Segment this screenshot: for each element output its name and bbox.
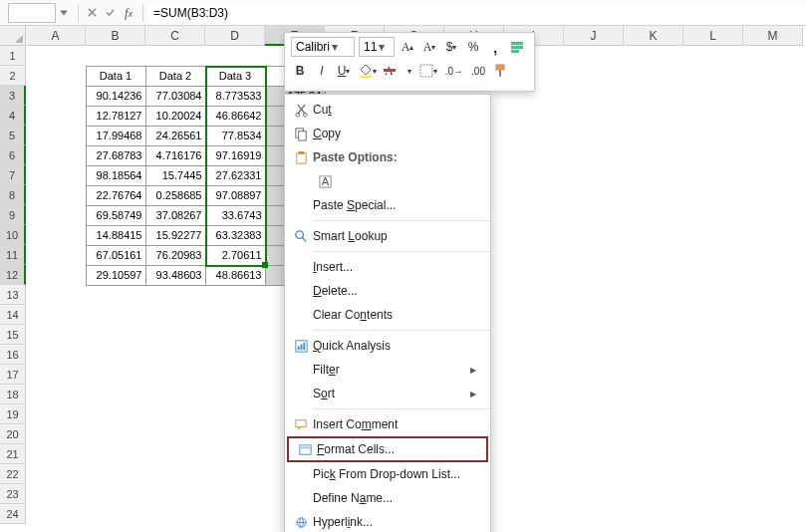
- font-size-combo[interactable]: 11▾: [359, 37, 395, 57]
- cell-B5[interactable]: 17.99468: [86, 126, 145, 145]
- cell-M12[interactable]: [743, 265, 803, 285]
- cell-D24[interactable]: [205, 504, 265, 524]
- cell-M18[interactable]: [743, 385, 803, 404]
- cell-L8[interactable]: [683, 185, 743, 205]
- cell-M14[interactable]: [743, 305, 803, 325]
- cell-B23[interactable]: [86, 484, 145, 504]
- cell-B12[interactable]: 29.10597: [86, 265, 145, 285]
- col-header-D[interactable]: D: [205, 26, 265, 46]
- cell-D18[interactable]: [205, 385, 265, 404]
- fx-icon[interactable]: fx: [119, 5, 138, 21]
- cell-A15[interactable]: [26, 325, 86, 345]
- cell-K11[interactable]: [624, 245, 683, 265]
- decrease-font-icon[interactable]: A▾: [420, 37, 438, 57]
- cell-D16[interactable]: [205, 345, 265, 365]
- cell-I20[interactable]: [504, 424, 564, 444]
- percent-format-icon[interactable]: %: [464, 37, 482, 57]
- cell-D13[interactable]: [205, 285, 265, 305]
- cell-J19[interactable]: [564, 404, 624, 424]
- cell-A3[interactable]: [26, 86, 86, 106]
- cell-B14[interactable]: [86, 305, 145, 325]
- cell-K4[interactable]: [624, 106, 683, 126]
- cell-B3[interactable]: 90.14236: [86, 86, 145, 106]
- cell-C15[interactable]: [145, 325, 205, 345]
- row-header-5[interactable]: 5: [0, 126, 26, 145]
- cell-L18[interactable]: [683, 385, 743, 404]
- bold-button[interactable]: B: [291, 61, 309, 81]
- cell-C11[interactable]: 76.20983: [145, 245, 205, 265]
- cell-I17[interactable]: [504, 365, 564, 385]
- cell-K15[interactable]: [624, 325, 683, 345]
- borders-button[interactable]: ▾: [417, 61, 439, 81]
- cell-B20[interactable]: [86, 424, 145, 444]
- cell-J23[interactable]: [564, 484, 624, 504]
- more-number-format-icon[interactable]: [508, 37, 526, 57]
- row-header-16[interactable]: 16: [0, 345, 26, 365]
- cell-A1[interactable]: [26, 46, 86, 66]
- col-header-B[interactable]: B: [86, 26, 145, 46]
- cell-J18[interactable]: [564, 385, 624, 404]
- cell-B17[interactable]: [86, 365, 145, 385]
- cell-K17[interactable]: [624, 365, 683, 385]
- cell-D19[interactable]: [205, 404, 265, 424]
- cell-M4[interactable]: [743, 106, 803, 126]
- menu-clear-contents[interactable]: Clear Contents: [285, 303, 490, 327]
- cell-I23[interactable]: [504, 484, 564, 504]
- cell-C16[interactable]: [145, 345, 205, 365]
- row-header-8[interactable]: 8: [0, 185, 26, 205]
- cell-M10[interactable]: [743, 225, 803, 245]
- cell-A16[interactable]: [26, 345, 86, 365]
- accounting-format-icon[interactable]: $▾: [442, 37, 460, 57]
- select-all-corner[interactable]: [0, 26, 26, 46]
- cell-M5[interactable]: [743, 126, 803, 145]
- cell-K9[interactable]: [624, 205, 683, 225]
- cell-L2[interactable]: [683, 66, 743, 86]
- row-header-1[interactable]: 1: [0, 46, 26, 66]
- cell-C1[interactable]: [145, 46, 205, 66]
- cell-L6[interactable]: [683, 145, 743, 165]
- cell-I5[interactable]: [504, 126, 564, 145]
- cell-L19[interactable]: [683, 404, 743, 424]
- cell-K23[interactable]: [624, 484, 683, 504]
- cell-B2[interactable]: Data 1: [86, 66, 145, 86]
- cell-L17[interactable]: [683, 365, 743, 385]
- cell-K18[interactable]: [624, 385, 683, 404]
- cell-J22[interactable]: [564, 464, 624, 484]
- cell-J8[interactable]: [564, 185, 624, 205]
- cell-K20[interactable]: [624, 424, 683, 444]
- cell-C22[interactable]: [145, 464, 205, 484]
- cell-L13[interactable]: [683, 285, 743, 305]
- fill-color-button[interactable]: ▾: [357, 61, 379, 81]
- cell-M24[interactable]: [743, 504, 803, 524]
- row-header-10[interactable]: 10: [0, 225, 26, 245]
- cell-L4[interactable]: [683, 106, 743, 126]
- col-header-J[interactable]: J: [564, 26, 624, 46]
- cell-C9[interactable]: 37.08267: [145, 205, 205, 225]
- cell-A4[interactable]: [26, 106, 86, 126]
- cell-C8[interactable]: 0.258685: [145, 185, 205, 205]
- cell-D20[interactable]: [205, 424, 265, 444]
- menu-cut[interactable]: Cut: [285, 98, 490, 122]
- menu-paste-special[interactable]: Paste Special...: [285, 193, 490, 217]
- cell-K16[interactable]: [624, 345, 683, 365]
- cell-C17[interactable]: [145, 365, 205, 385]
- cell-M8[interactable]: [743, 185, 803, 205]
- cell-C23[interactable]: [145, 484, 205, 504]
- cell-D6[interactable]: 97.16919: [205, 145, 265, 165]
- cell-I12[interactable]: [504, 265, 564, 285]
- cell-A22[interactable]: [26, 464, 86, 484]
- cell-M23[interactable]: [743, 484, 803, 504]
- row-header-15[interactable]: 15: [0, 325, 26, 345]
- increase-font-icon[interactable]: A▴: [399, 37, 416, 57]
- cell-J6[interactable]: [564, 145, 624, 165]
- cell-A19[interactable]: [26, 404, 86, 424]
- cell-K7[interactable]: [624, 165, 683, 185]
- formula-input[interactable]: =SUM(B3:D3): [147, 3, 806, 23]
- menu-sort[interactable]: Sort▸: [285, 382, 490, 405]
- row-header-13[interactable]: 13: [0, 285, 26, 305]
- cell-I22[interactable]: [504, 464, 564, 484]
- menu-format-cells[interactable]: Format Cells...: [289, 438, 486, 460]
- cell-L24[interactable]: [683, 504, 743, 524]
- cell-B8[interactable]: 22.76764: [86, 185, 145, 205]
- cell-M15[interactable]: [743, 325, 803, 345]
